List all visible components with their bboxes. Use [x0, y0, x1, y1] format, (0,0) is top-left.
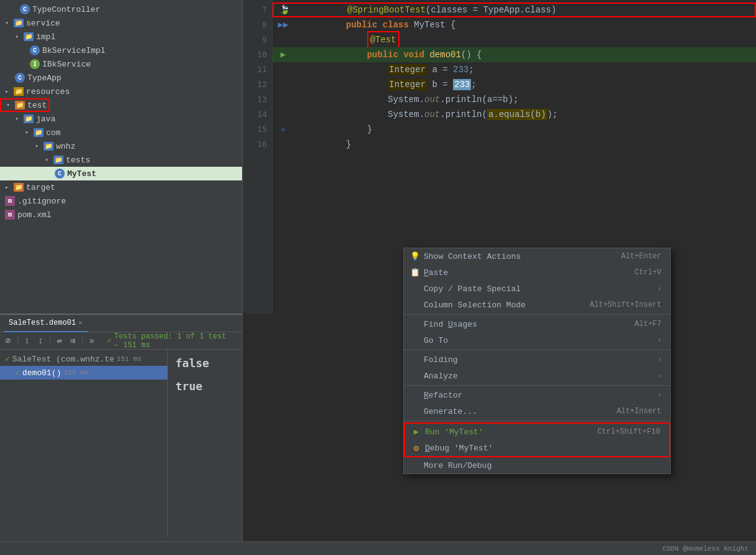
close-tab-icon[interactable]: ✕ — [78, 319, 83, 327]
collapse-button[interactable]: ⇉ — [67, 334, 78, 348]
ctx-label: Column Selection Mode — [424, 301, 526, 310]
folder-icon: 📁 — [14, 183, 24, 192]
run-tree-saletest[interactable]: ✓ SaleTest (com.wnhz.te 151 ms — [0, 352, 167, 366]
tree-item-target[interactable]: ▸ 📁 target — [0, 180, 242, 194]
tree-item-java[interactable]: ▾ 📁 java — [0, 112, 242, 126]
line-gutter-8: ▶▶ — [273, 17, 294, 32]
column-icon — [410, 300, 420, 310]
tree-label: tests — [66, 156, 90, 165]
ctx-item-left: Find Usages — [410, 319, 477, 329]
tree-item-impl[interactable]: ▾ 📁 impl — [0, 30, 242, 44]
tree-item-pom[interactable]: m pom.xml — [0, 208, 242, 222]
ctx-shortcut: Alt+Enter — [621, 252, 661, 261]
ctx-item-left: Column Selection Mode — [410, 300, 526, 310]
sort-asc-button[interactable]: ↕ — [21, 334, 32, 348]
arrow-icon: ▾ — [15, 33, 24, 40]
folder-icon: 📁 — [14, 19, 24, 27]
run-tree-label: SaleTest (com.wnhz.te — [12, 355, 114, 364]
folder-icon: 📁 — [34, 128, 44, 137]
tree-item-gitignore[interactable]: m .gitignore — [0, 194, 242, 208]
folder-icon: 📁 — [44, 142, 54, 151]
line-numbers: 7 8 9 10 11 12 13 14 15 16 — [243, 0, 273, 314]
ctx-paste[interactable]: 📋 Paste Ctrl+V — [404, 264, 670, 281]
arrow-icon: ▾ — [15, 115, 24, 123]
ctx-folding[interactable]: Folding › — [404, 352, 670, 368]
more-run-icon — [410, 460, 420, 470]
ctx-refactor[interactable]: Refactor › — [404, 387, 670, 403]
ctx-label: Generate... — [424, 407, 477, 416]
arrow-icon: ▾ — [35, 142, 44, 150]
separator-3 — [404, 385, 670, 386]
ctx-item-left: ⚙ Debug 'MyTest' — [411, 443, 493, 453]
bookmark-icon-15: ◇ — [281, 122, 286, 137]
tree-label: service — [26, 19, 60, 28]
ctx-column-selection[interactable]: Column Selection Mode Alt+Shift+Insert — [404, 297, 670, 313]
ctx-shortcut: Ctrl+V — [635, 268, 661, 277]
arrow-icon: ▾ — [5, 19, 14, 27]
arrow-icon: ▾ — [6, 101, 15, 109]
run-tree-demo01[interactable]: ✓ demo01() 151 ms — [0, 366, 167, 380]
tree-item-mytest[interactable]: C MyTest — [0, 167, 242, 180]
ctx-generate[interactable]: Generate... Alt+Insert — [404, 403, 670, 419]
ctx-item-left: Go To — [410, 335, 448, 345]
leaf-icon: 🍃 — [279, 2, 290, 17]
ctx-copy-paste-special[interactable]: Copy / Paste Special › — [404, 281, 670, 297]
tree-item-resources[interactable]: ▸ 📁 resources — [0, 85, 242, 98]
ctx-item-left: 💡 Show Context Actions — [410, 251, 521, 261]
ctx-find-usages[interactable]: Find Usages Alt+F7 — [404, 316, 670, 332]
toolbar-separator — [50, 336, 50, 346]
code-line-16: } — [273, 137, 756, 152]
goto-icon — [410, 335, 420, 345]
more-button[interactable]: » — [86, 334, 98, 348]
ctx-item-left: Analyze — [410, 371, 458, 381]
arrow-icon: ▸ — [5, 88, 14, 95]
submenu-arrow: › — [657, 337, 661, 344]
tree-label: resources — [26, 87, 70, 96]
folder-icon: 📁 — [24, 32, 34, 41]
toolbar-separator — [82, 336, 83, 346]
run-icon-10[interactable]: ▶ — [281, 47, 286, 62]
ctx-analyze[interactable]: Analyze › — [404, 368, 670, 384]
sort-desc-button[interactable]: ↕ — [35, 334, 46, 348]
arrow-icon: ▸ — [5, 184, 14, 191]
ctx-label: Debug 'MyTest' — [425, 444, 493, 453]
tree-item-com[interactable]: ▾ 📁 com — [0, 126, 242, 139]
tree-item-typecontroller[interactable]: C TypeController — [0, 2, 242, 16]
ctx-more-run-debug[interactable]: More Run/Debug — [404, 457, 670, 473]
ctx-shortcut: Ctrl+Shift+F10 — [597, 427, 660, 436]
run-result-tree: ✓ SaleTest (com.wnhz.te 151 ms ✓ demo01(… — [0, 350, 168, 538]
file-m-icon: m — [5, 196, 15, 206]
file-c-icon: C — [20, 4, 30, 14]
file-tree-panel: C TypeController ▾ 📁 service ▾ 📁 impl C … — [0, 0, 243, 555]
ctx-label: Copy / Paste Special — [424, 284, 521, 294]
run-status-text: Tests passed: 1 of 1 test – 151 ms — [114, 332, 235, 350]
tree-label: TypeApp — [27, 73, 62, 83]
ctx-show-context-actions[interactable]: 💡 Show Context Actions Alt+Enter — [404, 248, 670, 264]
line-gutter-15: ◇ — [273, 122, 294, 137]
ctx-label: Show Context Actions — [424, 252, 521, 261]
run-status: ✓ Tests passed: 1 of 1 test – 151 ms — [102, 330, 240, 352]
line-gutter-10: ▶ — [273, 47, 294, 62]
ctx-run-mytest[interactable]: ▶ Run 'MyTest' Ctrl+Shift+F10 — [405, 424, 669, 440]
line-gutter-7: 🍃 — [274, 2, 295, 17]
tree-item-typeapp[interactable]: C TypeApp — [0, 71, 242, 85]
tree-item-tests[interactable]: ▾ 📁 tests — [0, 153, 242, 167]
tree-label: TypeController — [32, 5, 100, 14]
stop-button[interactable]: ⊘ — [2, 334, 14, 348]
tree-item-test[interactable]: ▾ 📁 test — [0, 98, 50, 112]
bookmark-icon-8: ▶▶ — [278, 17, 289, 32]
run-result-area: ✓ SaleTest (com.wnhz.te 151 ms ✓ demo01(… — [0, 350, 243, 538]
run-tab-saledemo01[interactable]: SaleTest.demo01 ✕ — [4, 315, 88, 332]
tree-item-bkserviceimpl[interactable]: C BkServiceImpl — [0, 44, 242, 57]
tree-item-ibkservice[interactable]: I IBkService — [0, 57, 242, 71]
tree-item-wnhz[interactable]: ▾ 📁 wnhz — [0, 139, 242, 153]
refactor-icon — [410, 390, 420, 400]
generate-icon — [410, 406, 420, 416]
tree-item-service[interactable]: ▾ 📁 service — [0, 16, 242, 30]
expand-button[interactable]: ⇌ — [54, 334, 65, 348]
ctx-shortcut: Alt+Shift+Insert — [590, 301, 661, 309]
arrow-icon: ▾ — [25, 129, 34, 136]
folder-icon: 📁 — [24, 114, 34, 123]
ctx-debug-mytest[interactable]: ⚙ Debug 'MyTest' — [405, 440, 669, 456]
ctx-goto[interactable]: Go To › — [404, 332, 670, 348]
